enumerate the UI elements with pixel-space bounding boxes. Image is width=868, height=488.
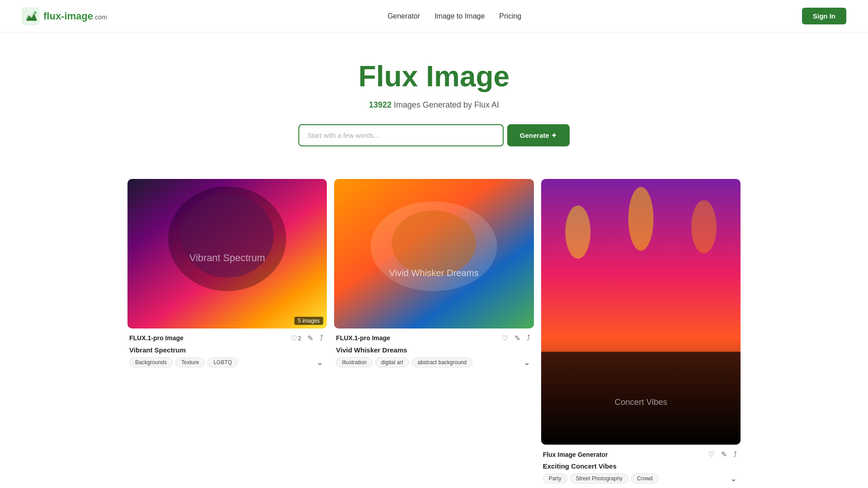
card-meta: Flux Image Generator ♡ ✎ ⤴ [541, 445, 741, 461]
svg-point-11 [565, 206, 590, 259]
card-actions: ♡2 ✎ ⤴ [289, 333, 325, 343]
card-model: Flux Image Generator [543, 451, 608, 458]
svg-point-8 [392, 211, 476, 277]
card-model: FLUX.1-pro Image [336, 334, 390, 342]
expand-tags-button[interactable]: ⌄ [728, 473, 739, 484]
share-button[interactable]: ⤴ [731, 450, 739, 460]
card-title: Vivid Whisker Dreams [334, 345, 533, 357]
expand-tags-button[interactable]: ⌄ [315, 357, 325, 368]
logo-icon [22, 7, 40, 25]
like-count: 2 [298, 335, 301, 342]
gallery-card-3: Concert Vibes Flux Image Generator ♡ ✎ ⤴… [538, 179, 744, 488]
nav-image-to-image[interactable]: Image to Image [434, 12, 485, 20]
share-button[interactable]: ⤴ [525, 333, 532, 343]
nav-links: Generator Image to Image Pricing [387, 12, 521, 20]
edit-button[interactable]: ✎ [513, 333, 522, 343]
search-bar: Generate ✦ [298, 124, 570, 146]
generate-button[interactable]: Generate ✦ [507, 124, 570, 146]
card-title: Vibrant Spectrum [127, 345, 327, 357]
like-button[interactable]: ♡ [707, 449, 717, 460]
svg-point-12 [628, 187, 653, 251]
tag[interactable]: digital art [375, 357, 409, 367]
edit-button[interactable]: ✎ [719, 449, 729, 460]
tag[interactable]: Crowd [631, 474, 659, 483]
card-tags: Illustrationdigital artabstract backgrou… [334, 357, 533, 368]
tag[interactable]: LGBTQ [208, 357, 238, 367]
hero-subtitle: 13922 Images Generated by Flux AI [9, 100, 859, 110]
card-image: Vibrant Spectrum [127, 179, 327, 328]
logo-link[interactable]: flux-image.com [22, 7, 107, 25]
tag[interactable]: Illustration [336, 357, 373, 367]
card-image: Vivid Whisker Dreams [334, 179, 533, 328]
card-image-wrapper[interactable]: Vivid Whisker Dreams [334, 179, 533, 328]
card-actions: ♡ ✎ ⤴ [707, 449, 739, 460]
logo-text: flux-image.com [43, 10, 107, 22]
card-actions: ♡ ✎ ⤴ [500, 333, 532, 343]
card-image-wrapper[interactable]: Vibrant Spectrum 5 images [127, 179, 327, 328]
gallery-card-2: Vivid Whisker Dreams FLUX.1-pro Image ♡ … [330, 179, 537, 488]
nav-pricing[interactable]: Pricing [499, 12, 521, 20]
svg-text:Concert Vibes: Concert Vibes [614, 397, 667, 407]
tag[interactable]: Street Photography [570, 474, 628, 483]
share-button[interactable]: ⤴ [318, 333, 325, 343]
expand-tags-button[interactable]: ⌄ [522, 357, 532, 368]
like-button[interactable]: ♡2 [289, 333, 303, 343]
signin-button[interactable]: Sign In [802, 8, 846, 24]
like-button[interactable]: ♡ [500, 333, 510, 343]
hero-section: Flux Image 13922 Images Generated by Flu… [0, 33, 868, 164]
svg-point-13 [691, 200, 717, 253]
gallery-card-1: Vibrant Spectrum 5 images FLUX.1-pro Ima… [124, 179, 330, 488]
svg-point-4 [181, 194, 274, 277]
svg-text:Vibrant Spectrum: Vibrant Spectrum [189, 252, 265, 263]
tag[interactable]: Backgrounds [129, 357, 173, 367]
gallery: Vibrant Spectrum 5 images FLUX.1-pro Ima… [0, 164, 868, 488]
svg-point-1 [34, 11, 37, 14]
tag[interactable]: abstract background [412, 357, 473, 367]
search-input[interactable] [298, 124, 504, 146]
nav-generator[interactable]: Generator [387, 12, 420, 20]
card-image: Concert Vibes [541, 179, 741, 445]
card-model: FLUX.1-pro Image [129, 334, 184, 342]
card-meta: FLUX.1-pro Image ♡2 ✎ ⤴ [127, 328, 327, 345]
hero-title: Flux Image [9, 60, 859, 93]
tag[interactable]: Texture [175, 357, 205, 367]
svg-text:Vivid Whisker Dreams: Vivid Whisker Dreams [389, 268, 479, 278]
tag[interactable]: Party [543, 474, 567, 483]
card-tags: BackgroundsTextureLGBTQ⌄ [127, 357, 327, 368]
card-image-wrapper[interactable]: Concert Vibes [541, 179, 741, 445]
card-title: Exciting Concert Vibes [541, 461, 741, 473]
card-tags: PartyStreet PhotographyCrowd⌄ [541, 473, 741, 484]
navbar: flux-image.com Generator Image to Image … [0, 0, 868, 33]
image-count-badge: 5 images [294, 317, 324, 325]
svg-rect-0 [22, 7, 40, 25]
edit-button[interactable]: ✎ [306, 333, 315, 343]
card-meta: FLUX.1-pro Image ♡ ✎ ⤴ [334, 328, 533, 345]
